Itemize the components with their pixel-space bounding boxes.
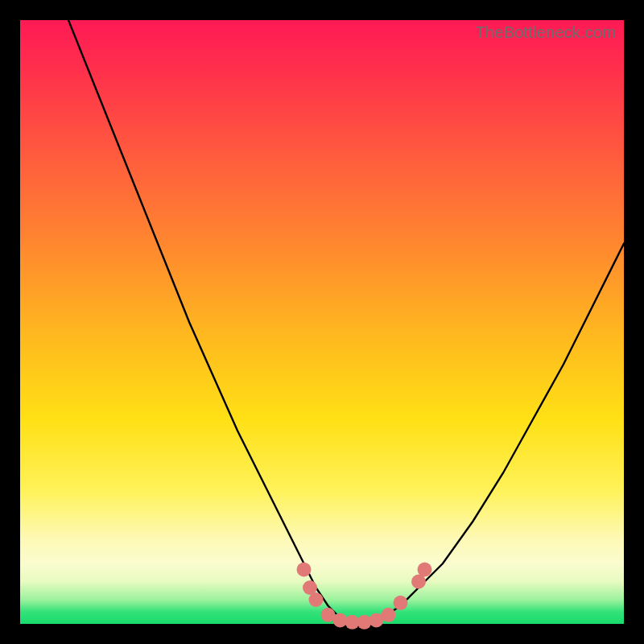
marker-dot bbox=[309, 592, 324, 607]
marker-group bbox=[297, 563, 432, 630]
marker-dot bbox=[382, 608, 396, 622]
marker-dot bbox=[297, 563, 312, 577]
marker-dot bbox=[394, 596, 408, 610]
outer-frame: TheBottleneck.com bbox=[0, 0, 644, 644]
plot-area: TheBottleneck.com bbox=[20, 20, 624, 624]
bottleneck-curve-path bbox=[68, 20, 624, 624]
marker-dot bbox=[418, 563, 432, 577]
curve-layer bbox=[20, 20, 624, 624]
